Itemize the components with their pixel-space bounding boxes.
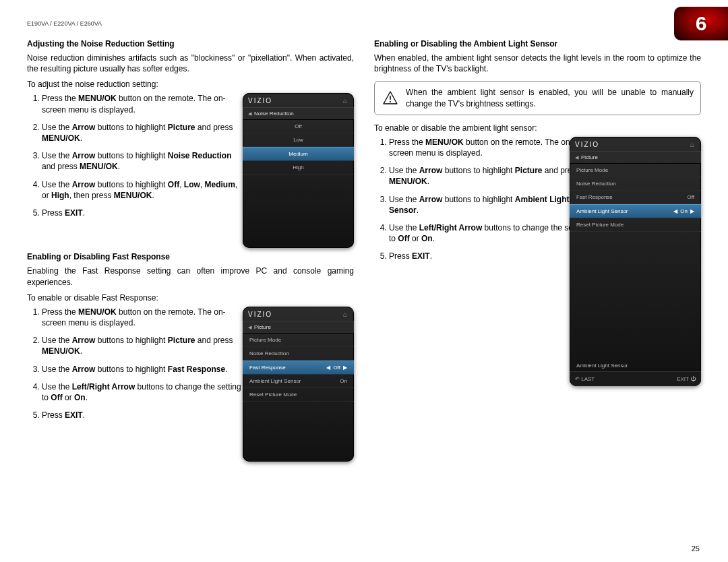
chapter-tab: 6 [674,7,728,40]
menu-option: Off [243,120,354,133]
menu-row: Picture Mode [243,334,354,347]
last-button-label: LAST [575,376,595,382]
section-title: Adjusting the Noise Reduction Setting [27,39,354,49]
step-item: Use the Arrow buttons to highlight Ambie… [389,194,591,216]
step-item: Use the Arrow buttons to highlight Off, … [42,179,244,201]
step-item: Use the Arrow buttons to highlight Pictu… [42,335,244,356]
section-title: Enabling or Disabling Fast Response [27,252,354,261]
device-description: Ambient Light Sensor [570,360,701,371]
menu-option: Low [243,133,354,147]
menu-row: Picture Mode [570,164,701,177]
chapter-number: 6 [696,12,707,35]
step-item: Use the Arrow buttons to highlight Pictu… [42,122,244,144]
menu-row: Noise Reduction [243,347,354,361]
device-breadcrumb: Picture [570,151,701,164]
device-screenshot-noise-reduction: VIZIO Noise Reduction Off Low Medium Hig… [243,93,354,248]
menu-option-selected: Medium [243,147,354,161]
step-item: Use the Left/Right Arrow buttons to chan… [42,381,244,403]
menu-row-selected: Ambient Light Sensor◀On▶ [570,204,701,218]
lead-in: To enable or disable the ambient light s… [374,123,701,133]
menu-row-selected: Fast Response◀Off▶ [243,361,354,375]
chevron-left-icon: ◀ [326,365,330,371]
device-screenshot-fast-response: VIZIO Picture Picture Mode Noise Reducti… [243,307,354,462]
device-brand: VIZIO [575,141,599,148]
note-text: When the ambient light sensor is enabled… [406,88,694,108]
menu-row: Fast ResponseOff [570,191,701,204]
menu-row: Ambient Light SensorOn [243,375,354,388]
right-column: Enabling or Disabling the Ambient Light … [374,36,701,463]
step-item: Press the MENU/OK button on the remote. … [42,307,244,328]
section-title: Enabling or Disabling the Ambient Light … [374,39,701,49]
step-item: Press EXIT. [42,410,244,420]
page-number: 25 [692,544,700,553]
left-column: Adjusting the Noise Reduction Setting No… [27,36,354,463]
chevron-right-icon: ▶ [690,208,694,214]
device-breadcrumb: Noise Reduction [243,107,354,120]
home-icon [343,311,348,318]
lead-in: To enable or disable Fast Response: [27,293,354,303]
body-text: Noise reduction diminishes artifacts suc… [27,53,354,74]
step-item: Press the MENU/OK button on the remote. … [42,93,244,115]
step-item: Use the Arrow buttons to highlight Pictu… [389,165,591,187]
device-brand: VIZIO [248,97,272,104]
warning-icon [382,90,399,106]
chevron-right-icon: ▶ [343,365,347,371]
menu-row: Noise Reduction [570,177,701,191]
device-brand: VIZIO [248,311,272,318]
exit-button-label: EXIT [677,376,696,382]
menu-option: High [243,161,354,175]
home-icon [690,141,696,148]
menu-row: Reset Picture Mode [243,388,354,402]
svg-point-1 [390,101,391,102]
note-box: When the ambient light sensor is enabled… [374,81,701,115]
menu-row: Reset Picture Mode [570,218,701,232]
home-icon [343,97,348,104]
step-item: Press EXIT. [389,251,591,261]
step-item: Press EXIT. [42,208,244,218]
device-breadcrumb: Picture [243,321,354,334]
model-line: E190VA / E220VA / E260VA [27,20,701,27]
lead-in: To adjust the noise reduction setting: [27,80,354,89]
step-item: Use the Arrow buttons to highlight Noise… [42,150,244,172]
step-item: Press the MENU/OK button on the remote. … [389,137,591,158]
body-text: When enabled, the ambient light sensor d… [374,53,701,74]
body-text: Enabling the Fast Response setting can o… [27,266,354,287]
device-screenshot-ambient-light: VIZIO Picture Picture Mode Noise Reducti… [570,137,701,386]
chevron-left-icon: ◀ [673,208,677,214]
step-item: Use the Arrow buttons to highlight Fast … [42,364,244,375]
step-item: Use the Left/Right Arrow buttons to chan… [389,222,591,244]
